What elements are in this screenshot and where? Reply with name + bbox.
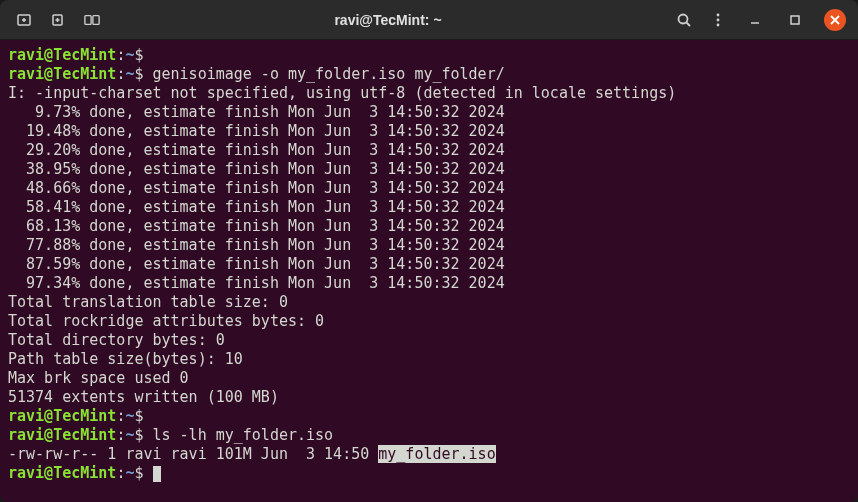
svg-point-12 [717,23,720,26]
output-line: Total rockridge attributes bytes: 0 [8,312,850,331]
new-window-icon[interactable] [50,12,66,28]
output-line: 9.73% done, estimate finish Mon Jun 3 14… [8,103,850,122]
command-text: ls -lh my_folder.iso [143,426,333,444]
new-tab-icon[interactable] [16,12,32,28]
svg-rect-14 [791,16,799,24]
output-line: 29.20% done, estimate finish Mon Jun 3 1… [8,141,850,160]
prompt-user: ravi@TecMint [8,46,116,64]
window-title: ravi@TecMint: ~ [100,12,676,28]
titlebar: ravi@TecMint: ~ [0,0,858,40]
output-line: 87.59% done, estimate finish Mon Jun 3 1… [8,255,850,274]
titlebar-right-controls [676,9,850,31]
svg-point-11 [717,18,720,21]
command-text: genisoimage -o my_folder.iso my_folder/ [143,65,504,83]
maximize-button[interactable] [784,9,806,31]
svg-rect-7 [93,15,99,24]
output-line: 19.48% done, estimate finish Mon Jun 3 1… [8,122,850,141]
minimize-button[interactable] [744,9,766,31]
output-line: Total directory bytes: 0 [8,331,850,350]
svg-line-9 [687,22,691,26]
ls-output-filename: my_folder.iso [378,445,495,463]
cursor [153,466,161,482]
output-line: 38.95% done, estimate finish Mon Jun 3 1… [8,160,850,179]
ls-output-prefix: -rw-rw-r-- 1 ravi ravi 101M Jun 3 14:50 [8,445,378,463]
svg-point-8 [679,14,688,23]
output-line: Total translation table size: 0 [8,293,850,312]
prompt-line: ravi@TecMint:~$ [8,407,850,426]
output-line: 68.13% done, estimate finish Mon Jun 3 1… [8,217,850,236]
svg-rect-6 [85,15,91,24]
output-line: I: -input-charset not specified, using u… [8,84,850,103]
output-line: Path table size(bytes): 10 [8,350,850,369]
output-line: 97.34% done, estimate finish Mon Jun 3 1… [8,274,850,293]
output-line: 77.88% done, estimate finish Mon Jun 3 1… [8,236,850,255]
terminal-area[interactable]: ravi@TecMint:~$ ravi@TecMint:~$ genisoim… [0,40,858,502]
svg-point-10 [717,13,720,16]
output-line: 58.41% done, estimate finish Mon Jun 3 1… [8,198,850,217]
split-window-icon[interactable] [84,12,100,28]
output-line: -rw-rw-r-- 1 ravi ravi 101M Jun 3 14:50 … [8,445,850,464]
output-line: Max brk space used 0 [8,369,850,388]
titlebar-left-controls [8,12,100,28]
prompt-line: ravi@TecMint:~$ genisoimage -o my_folder… [8,65,850,84]
close-button[interactable] [824,9,846,31]
search-icon[interactable] [676,12,692,28]
output-line: 48.66% done, estimate finish Mon Jun 3 1… [8,179,850,198]
output-line: 51374 extents written (100 MB) [8,388,850,407]
prompt-line: ravi@TecMint:~$ [8,46,850,65]
menu-icon[interactable] [710,12,726,28]
prompt-line: ravi@TecMint:~$ ls -lh my_folder.iso [8,426,850,445]
prompt-line: ravi@TecMint:~$ [8,464,850,483]
